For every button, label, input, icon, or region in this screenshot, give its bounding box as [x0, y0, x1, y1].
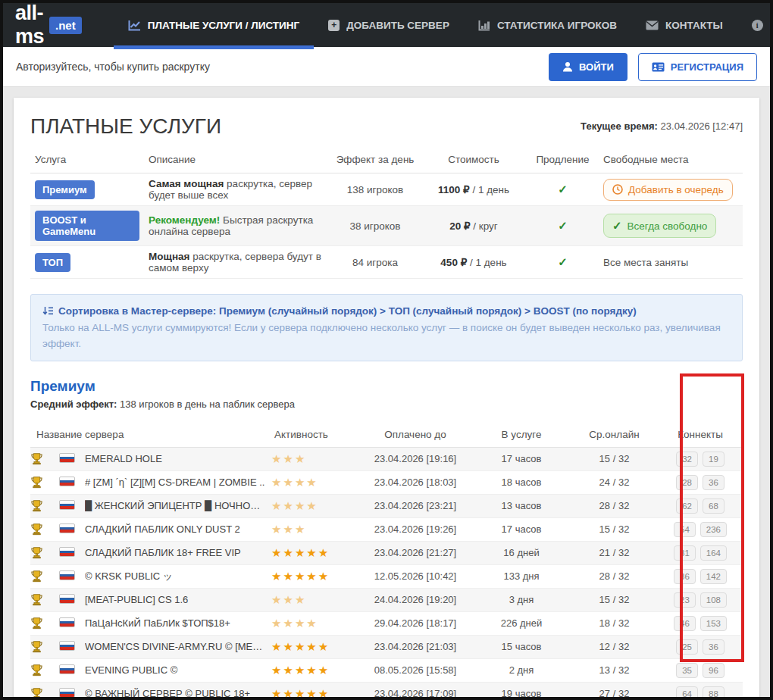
server-row[interactable]: WOMEN'CS DIVINE-ARMY.RU © [МЕС... ★★★★★ … — [30, 636, 743, 659]
current-time: Текущее время: 23.04.2026 [12:47] — [581, 120, 743, 132]
connects-badge: 36 — [703, 639, 724, 655]
nav-item-rules[interactable]: i ПРАВИЛА — [737, 3, 773, 47]
bar-chart-icon — [478, 20, 490, 31]
server-row[interactable]: # [ZM] ´η` [Z][M] CS-DREAM | ZOMBIE .. ★… — [30, 471, 743, 495]
server-row[interactable]: СЛАДКИЙ ПАБЛИК 18+ FREE VIP ★★★★★ 23.04.… — [30, 542, 743, 565]
in-service: 16 дней — [472, 547, 571, 558]
login-button[interactable]: ВОЙТИ — [549, 53, 627, 81]
avg-online: 28 / 32 — [571, 570, 658, 582]
connects-badge: 68 — [703, 498, 724, 514]
server-name[interactable]: СЛАДКИЙ ПАБЛИК ONLY DUST 2 — [85, 523, 271, 535]
activity-stars: ★★★★ — [271, 499, 318, 512]
trophy-icon — [30, 499, 59, 512]
in-service: 17 часов — [472, 523, 571, 535]
add-to-queue-button[interactable]: Добавить в очередь — [603, 179, 733, 201]
connects-cell: 46 153 — [658, 616, 743, 631]
connects-badge: 35 — [676, 663, 698, 678]
service-badge[interactable]: BOOST и GameMenu — [35, 211, 139, 241]
trophy-icon — [30, 687, 59, 700]
server-row[interactable]: © KRSK PUBLIC ッ ★★★★★ 12.05.2026 [10:42]… — [30, 565, 743, 589]
service-row-top: ТОП Мощная раскрутка, сервера будут в са… — [30, 246, 743, 279]
server-row[interactable]: EVENING PUBLIC © ★★★★★ 08.05.2026 [15:58… — [30, 659, 743, 683]
always-free-badge: ✓Всегда свободно — [603, 214, 716, 238]
connects-badge: 19 — [703, 452, 724, 467]
server-row[interactable]: СЛАДКИЙ ПАБЛИК ONLY DUST 2 ★★★ 23.04.202… — [30, 518, 743, 542]
russia-flag-icon — [59, 594, 75, 604]
connects-badge: 86 — [674, 569, 696, 584]
paid-until: 23.04.2026 [21:03] — [358, 641, 472, 652]
server-name[interactable]: EVENING PUBLIC © — [85, 664, 271, 676]
col-header-avg-online: Ср.онлайн — [571, 422, 658, 447]
all-slots-taken-text: Все места заняты — [603, 257, 688, 268]
server-row[interactable]: [MEAT-PUBLIC] CS 1.6 ★★★ 24.04.2026 [19:… — [30, 589, 743, 612]
server-row[interactable]: © ВАЖНЫЙ СЕРВЕР © PUBLIC 18+ ★★★★★ 23.04… — [30, 683, 743, 700]
server-name[interactable]: ПаЦаНсКиЙ ПаБлИк $ТОП$18+ — [85, 617, 271, 629]
chart-line-icon — [128, 20, 141, 31]
connects-cell: 25 36 — [658, 639, 743, 655]
server-name[interactable]: WOMEN'CS DIVINE-ARMY.RU © [МЕС... — [85, 641, 271, 652]
avg-online: 27 / 32 — [571, 688, 658, 699]
col-header-description: Описание — [144, 146, 330, 173]
premium-section-title: Премиум — [30, 378, 743, 395]
paid-until: 23.04.2026 [23:21] — [358, 500, 472, 511]
server-name[interactable]: █ ЖЕНСКИЙ ЭПИЦЕНТР █ НОЧНОЙ ... — [85, 500, 271, 511]
server-name[interactable]: [MEAT-PUBLIC] CS 1.6 — [85, 594, 271, 605]
russia-flag-icon — [59, 500, 75, 510]
nav-item-contacts[interactable]: КОНТАКТЫ — [631, 3, 737, 47]
renewal-check-icon: ✓ — [558, 183, 568, 195]
connects-cell: 86 142 — [658, 569, 743, 584]
server-table-header: Название сервера Активность Оплачено до … — [30, 422, 743, 448]
logo-badge: .net — [49, 17, 82, 34]
trophy-icon — [30, 617, 59, 630]
in-service: 133 дня — [472, 570, 571, 582]
auth-actions: ВОЙТИ РЕГИСТРАЦИЯ — [549, 53, 757, 81]
service-badge[interactable]: Премиум — [35, 180, 95, 199]
paid-until: 08.05.2026 [15:58] — [358, 664, 472, 676]
server-row[interactable]: █ ЖЕНСКИЙ ЭПИЦЕНТР █ НОЧНОЙ ... ★★★★ 23.… — [30, 495, 743, 518]
col-header-paid-until: Оплачено до — [358, 422, 472, 447]
activity-stars: ★★★ — [271, 523, 306, 536]
service-row-boost: BOOST и GameMenu Рекомендуем! Быстрая ра… — [30, 206, 743, 246]
activity-stars: ★★★★ — [271, 476, 318, 489]
clock-icon — [612, 184, 623, 195]
connects-badge: 108 — [700, 592, 727, 608]
nav-item-player-stats[interactable]: СТАТИСТИКА ИГРОКОВ — [464, 3, 631, 47]
nav-item-listing[interactable]: ПЛАТНЫЕ УСЛУГИ / ЛИСТИНГ — [114, 3, 314, 47]
connects-badge: 28 — [676, 475, 698, 490]
service-badge[interactable]: ТОП — [35, 253, 70, 272]
connects-cell: 35 96 — [658, 663, 743, 678]
russia-flag-icon — [59, 641, 75, 651]
russia-flag-icon — [59, 570, 75, 580]
trophy-icon — [30, 476, 59, 489]
connects-badge: 142 — [700, 569, 727, 584]
server-name[interactable]: © KRSK PUBLIC ッ — [85, 570, 271, 583]
add-square-icon: + — [328, 20, 340, 31]
trophy-icon — [30, 593, 59, 606]
connects-badge: 32 — [676, 452, 698, 467]
service-effect: 38 игроков — [330, 216, 421, 236]
avg-online: 28 / 32 — [571, 500, 658, 511]
server-name[interactable]: # [ZM] ´η` [Z][M] CS-DREAM | ZOMBIE .. — [85, 477, 271, 488]
connects-cell: 81 164 — [658, 545, 743, 561]
server-name[interactable]: © ВАЖНЫЙ СЕРВЕР © PUBLIC 18+ — [85, 688, 271, 699]
trophy-icon — [30, 546, 59, 559]
in-service: 15 часов — [472, 641, 571, 652]
server-name[interactable]: СЛАДКИЙ ПАБЛИК 18+ FREE VIP — [85, 547, 271, 558]
server-row[interactable]: ПаЦаНсКиЙ ПаБлИк $ТОП$18+ ★★★★ 29.04.202… — [30, 612, 743, 636]
site-logo[interactable]: all-ms .net — [15, 2, 82, 48]
in-service: 19 часов — [472, 688, 571, 699]
col-header-price: Стоимость — [421, 146, 527, 173]
server-row[interactable]: EMERALD HOLE ★★★ 23.04.2026 [19:16] 17 ч… — [30, 448, 743, 471]
server-name[interactable]: EMERALD HOLE — [85, 453, 271, 464]
paid-until: 23.04.2026 [19:16] — [358, 453, 472, 464]
logo-text: all-ms — [15, 2, 44, 48]
nav-item-add-server[interactable]: + ДОБАВИТЬ СЕРВЕР — [314, 3, 464, 47]
id-card-icon — [652, 62, 665, 72]
page-title: ПЛАТНЫЕ УСЛУГИ — [30, 114, 221, 139]
register-button[interactable]: РЕГИСТРАЦИЯ — [638, 53, 757, 81]
activity-stars: ★★★★★ — [271, 664, 330, 677]
russia-flag-icon — [59, 664, 75, 674]
paid-until: 23.04.2026 [17:09] — [358, 688, 472, 699]
trophy-icon — [30, 523, 59, 536]
auth-bar: Авторизуйтесь, чтобы купить раскрутку ВО… — [3, 47, 770, 87]
